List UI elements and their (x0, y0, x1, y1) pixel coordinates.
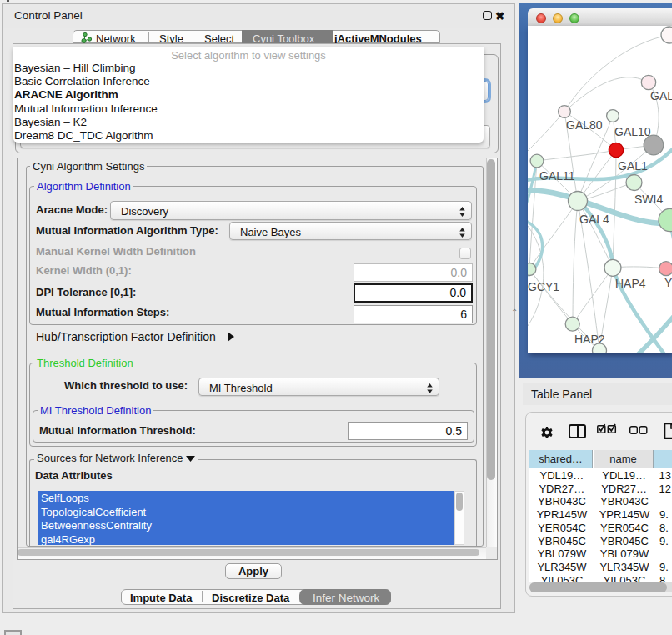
svg-text:GCY1: GCY1 (528, 280, 559, 293)
svg-text:HAP2: HAP2 (574, 332, 605, 346)
svg-text:Y: Y (664, 276, 672, 289)
svg-text:GAL4: GAL4 (579, 212, 609, 226)
svg-text:GAL80: GAL80 (566, 118, 603, 132)
svg-text:HAP4: HAP4 (615, 277, 646, 290)
svg-text:GAL1: GAL1 (618, 159, 648, 172)
svg-text:GAL: GAL (650, 89, 672, 102)
svg-text:GAL10: GAL10 (614, 125, 651, 138)
svg-text:SWI4: SWI4 (634, 192, 663, 206)
svg-text:GAL11: GAL11 (539, 169, 575, 182)
